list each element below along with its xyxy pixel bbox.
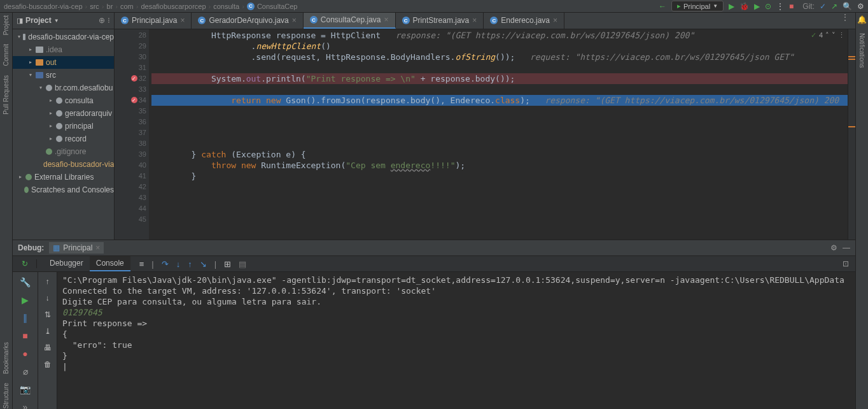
code-line[interactable]: throw new RuntimeException("Cep sem ende… — [151, 160, 855, 171]
tool-window-bookmarks[interactable]: Bookmarks — [3, 342, 10, 374]
chevron-icon[interactable]: ▸ — [28, 59, 33, 65]
run-to-cursor-icon[interactable]: ↘ — [200, 259, 207, 269]
chevron-icon[interactable]: ▸ — [48, 110, 53, 116]
code-line[interactable]: } catch (Exception e) { — [151, 149, 855, 160]
code-line[interactable]: .send(request, HttpResponse.BodyHandlers… — [151, 52, 855, 62]
step-out-icon[interactable]: ↑ — [188, 259, 192, 269]
line-number[interactable]: 42 — [115, 182, 146, 192]
step-into-icon[interactable]: ↓ — [176, 259, 181, 269]
close-icon[interactable]: × — [292, 16, 297, 25]
breadcrumb-item[interactable]: consulta — [213, 3, 239, 10]
project-caret-icon[interactable]: ◨ — [17, 17, 23, 25]
clear-icon[interactable]: 🗑 — [44, 360, 52, 369]
line-number[interactable]: 44 — [115, 203, 146, 214]
line-number[interactable]: 28 — [115, 30, 146, 41]
editor-tab[interactable]: CEndereco.java× — [484, 13, 564, 29]
breadcrumb-item[interactable]: src — [90, 3, 99, 10]
breadcrumb-item[interactable]: br — [107, 3, 113, 10]
code-line[interactable] — [151, 117, 855, 127]
tool-window-notifications[interactable]: Notifications — [858, 33, 865, 68]
coverage-icon[interactable]: ▶ — [754, 2, 760, 11]
chevron-icon[interactable]: ▸ — [18, 174, 23, 180]
close-icon[interactable]: × — [384, 15, 389, 24]
debug-minimize-icon[interactable]: — — [843, 243, 850, 252]
stop-debug-icon[interactable]: ■ — [22, 331, 27, 341]
debugger-subtab[interactable]: Debugger — [43, 256, 90, 271]
search-icon[interactable]: 🔍 — [843, 2, 852, 11]
line-number[interactable]: 38 — [115, 138, 146, 149]
code-line[interactable] — [151, 84, 855, 95]
next-match-icon[interactable]: ˅ — [832, 31, 836, 39]
run-icon[interactable]: ▶ — [729, 2, 734, 11]
tree-item[interactable]: ▸.idea — [13, 43, 114, 56]
breadcrumb-item[interactable]: desafio-buscador-via-cep — [4, 3, 83, 10]
modify-run-icon[interactable]: 🔧 — [20, 277, 31, 287]
inspection-summary[interactable]: ✓ 4 ˄ ˅ ⋮ — [811, 31, 845, 39]
line-number[interactable]: 45 — [115, 214, 146, 225]
tree-settings-icon[interactable]: ⁝ — [108, 16, 110, 25]
line-number[interactable]: 37 — [115, 127, 146, 138]
line-number[interactable]: 31 — [115, 62, 146, 73]
back-arrow-icon[interactable]: ← — [659, 2, 666, 11]
profile-icon[interactable]: ⊙ — [765, 2, 771, 11]
tree-item[interactable]: ▾src — [13, 69, 114, 82]
trace-icon[interactable]: ▤ — [239, 259, 246, 269]
step-over-icon[interactable]: ↷ — [162, 259, 169, 269]
breadcrumb-item[interactable]: com — [120, 3, 134, 10]
tool-window-project[interactable]: Project — [3, 15, 10, 35]
chevron-icon[interactable]: ▾ — [28, 72, 33, 78]
mute-breakpoints-icon[interactable]: ⌀ — [23, 366, 28, 377]
chevron-icon[interactable]: ▾ — [38, 85, 43, 90]
tree-item[interactable]: ▸consulta — [13, 94, 114, 107]
code-line[interactable] — [151, 203, 855, 214]
camera-icon[interactable]: 📷 — [20, 384, 31, 394]
inspection-strip[interactable] — [848, 29, 855, 240]
editor-more-icon[interactable]: ⋮ — [838, 31, 845, 39]
git-push-icon[interactable]: ↗ — [831, 2, 837, 11]
code-line[interactable]: } — [151, 171, 855, 182]
debug-run-tab[interactable]: ▦ Principal × — [49, 242, 104, 254]
code-line[interactable]: HttpResponse response = HttpClient respo… — [151, 30, 855, 41]
code-line[interactable] — [151, 138, 855, 149]
line-number[interactable]: 41 — [115, 171, 146, 182]
breadcrumb-item[interactable]: desafiobuscarporcep — [141, 3, 206, 10]
editor-tab[interactable]: CConsultaCep.java× — [304, 13, 396, 29]
gear-icon[interactable]: ⚙ — [857, 2, 864, 11]
chevron-icon[interactable]: ▸ — [48, 97, 53, 103]
attach-icon[interactable]: ⋮ — [776, 2, 784, 11]
tool-window-commit[interactable]: Commit — [3, 44, 10, 66]
code-line[interactable] — [151, 182, 855, 192]
code-line[interactable]: .newHttpClient() — [151, 41, 855, 52]
tree-item[interactable]: ▸record — [13, 133, 114, 145]
scroll-up-icon[interactable]: ↑ — [46, 277, 50, 286]
close-icon[interactable]: × — [180, 16, 185, 25]
code-line[interactable]: System.out.println("Print response => \n… — [151, 73, 855, 84]
editor-menu-icon[interactable]: ⋮ — [835, 13, 855, 29]
layout-icon[interactable]: ⊡ — [843, 259, 855, 268]
editor-tab[interactable]: CPrintStream.java× — [396, 13, 484, 29]
line-number[interactable]: 35 — [115, 106, 146, 117]
tree-collapse-icon[interactable]: ⊕ — [99, 16, 105, 25]
editor-tab[interactable]: CGeradorDeArquivo.java× — [192, 13, 303, 29]
line-number[interactable]: 40 — [115, 160, 146, 171]
code-line[interactable]: return new Gson().fromJson(response.body… — [151, 95, 855, 106]
git-update-icon[interactable]: ✓ — [820, 2, 826, 11]
code-editor[interactable]: 282930313233343536373839404142434445 Htt… — [115, 29, 855, 240]
tree-item[interactable]: .gitignore — [13, 145, 114, 158]
project-tree[interactable]: ▾desafio-buscador-via-cep▸.idea▸out▾src▾… — [13, 29, 115, 240]
breadcrumb-item[interactable]: ConsultaCep — [257, 3, 298, 10]
tree-item[interactable]: Scratches and Consoles — [13, 183, 114, 196]
line-number[interactable]: 29 — [115, 41, 146, 52]
console-output[interactable]: "C:\Program Files\Java\jdk-20\bin\java.e… — [57, 272, 855, 409]
code-line[interactable] — [151, 62, 855, 73]
debug-settings-icon[interactable]: ⚙ — [830, 243, 837, 252]
chevron-icon[interactable]: ▾ — [18, 34, 20, 39]
tree-item[interactable]: ▸External Libraries — [13, 171, 114, 183]
chevron-icon[interactable]: ▸ — [48, 136, 53, 141]
close-icon[interactable]: × — [553, 16, 557, 25]
scroll-down-icon[interactable]: ↓ — [46, 294, 50, 303]
tree-item[interactable]: ▾desafio-buscador-via-cep — [13, 31, 114, 43]
tree-item[interactable]: ▸principal — [13, 120, 114, 133]
tree-item[interactable]: ▸geradorarquiv — [13, 107, 114, 120]
code-line[interactable] — [151, 192, 855, 203]
